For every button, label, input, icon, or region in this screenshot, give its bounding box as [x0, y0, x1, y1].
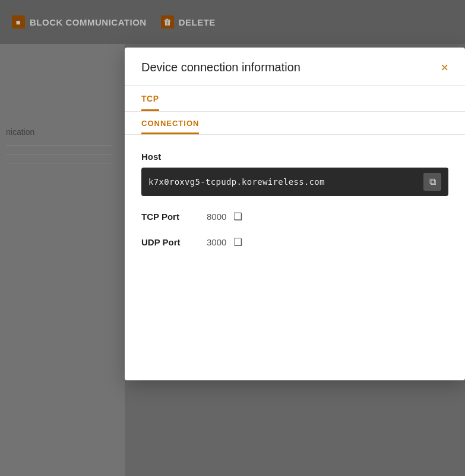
copy-udp-port-button[interactable]: ❏	[232, 235, 243, 250]
copy-host-button[interactable]: ⧉	[423, 173, 441, 191]
clipboard-udp-icon: ❏	[233, 236, 242, 248]
tabs-row: TCP	[125, 86, 465, 112]
udp-port-label: UDP Port	[141, 237, 207, 247]
host-value: k7x0roxvg5-tcpudp.korewireless.com	[148, 177, 423, 187]
section-tab-connection[interactable]: CONNECTION	[141, 112, 199, 134]
copy-tcp-port-button[interactable]: ❏	[232, 209, 243, 224]
clipboard-icon: ⧉	[429, 176, 436, 187]
modal-close-button[interactable]: ×	[441, 61, 448, 74]
clipboard-tcp-icon: ❏	[233, 210, 242, 223]
tab-tcp[interactable]: TCP	[141, 86, 159, 111]
modal-panel: Device connection information × TCP CONN…	[125, 48, 465, 380]
host-input-wrap: k7x0roxvg5-tcpudp.korewireless.com ⧉	[141, 168, 448, 196]
tcp-port-row: TCP Port 8000 ❏	[141, 209, 448, 224]
udp-port-row: UDP Port 3000 ❏	[141, 235, 448, 250]
modal-body: Host k7x0roxvg5-tcpudp.korewireless.com …	[125, 135, 465, 272]
tcp-port-value: 8000	[207, 212, 226, 222]
host-label: Host	[141, 152, 448, 162]
udp-port-value: 3000	[207, 237, 226, 247]
section-tabs-row: CONNECTION	[125, 112, 465, 135]
modal-header: Device connection information ×	[125, 48, 465, 86]
tcp-port-label: TCP Port	[141, 212, 207, 222]
modal-title: Device connection information	[141, 61, 300, 74]
